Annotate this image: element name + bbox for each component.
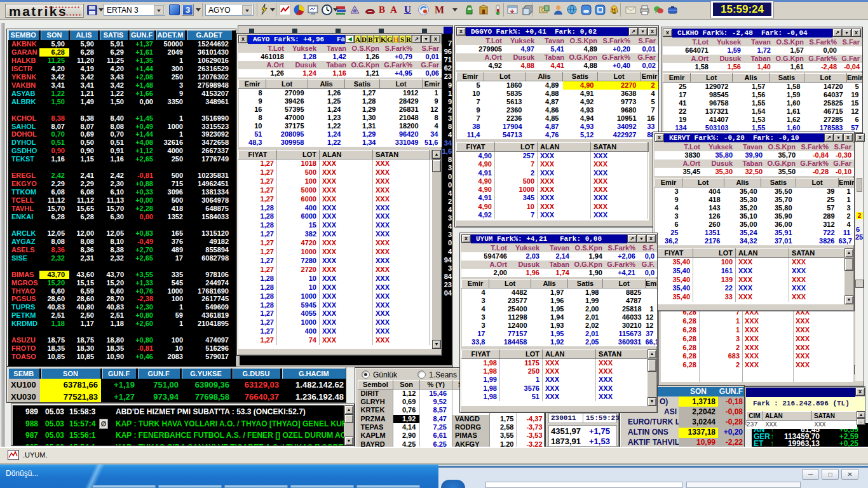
svg-text:H: H <box>612 7 616 13</box>
